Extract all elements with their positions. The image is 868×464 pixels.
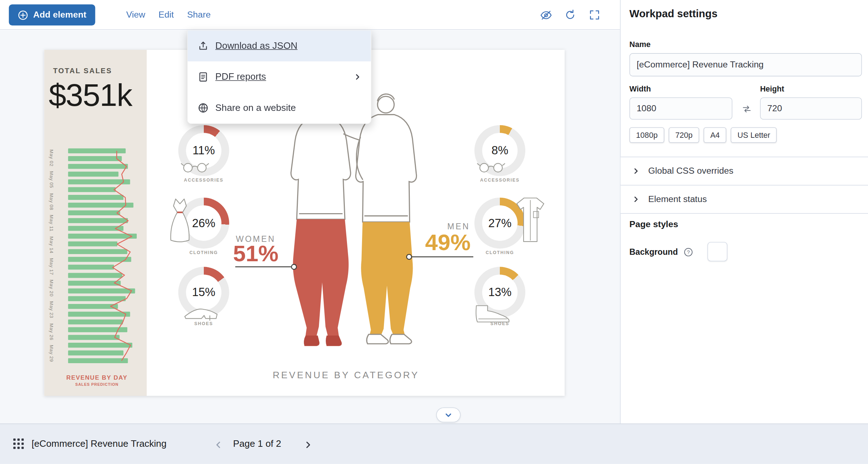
canvas-app: Add element View Edit Share [0,0,868,464]
category-label: CLOTHING [461,250,539,255]
preset-720p-button[interactable]: 720p [669,127,699,143]
document-icon [198,71,209,83]
share-menu-item-share-website[interactable]: Share on a website [188,93,371,123]
eye-slash-icon [539,9,552,21]
revenue-by-day-label: REVENUE BY DAY [53,374,141,381]
page-indicator: Page 1 of 2 [233,439,281,450]
category-label: ACCESSORIES [165,178,243,183]
share-menu: Download as JSON PDF reports Share on a … [187,30,371,124]
width-label: Width [629,84,651,93]
category-label: CLOTHING [165,250,243,255]
total-sales-value: $351k [49,76,132,113]
page-manager-toggle-button[interactable] [436,407,461,422]
plus-circle-icon [18,10,28,20]
svg-text:?: ? [687,249,690,255]
share-website-label: Share on a website [215,102,296,113]
donut-value: 13% [474,267,525,318]
size-presets: 1080p 720p A4 US Letter [629,127,777,143]
date-axis: May 02May 05May 08May 11May 14May 17May … [47,150,56,362]
sales-prediction-label: SALES PREDICTION [53,383,141,386]
women-pants-shape [293,219,348,336]
global-css-accordion[interactable]: Global CSS overrides [620,157,868,185]
width-input[interactable] [629,98,732,120]
chevron-down-icon [444,411,453,420]
chevron-right-icon [303,440,313,449]
chevron-left-icon [214,440,223,449]
page-styles-title: Page styles [629,219,678,229]
preset-a4-button[interactable]: A4 [704,127,726,143]
menu-view[interactable]: View [126,10,145,20]
add-element-label: Add element [33,10,86,20]
workpad-name: [eCommerce] Revenue Tracking [32,439,166,450]
name-label: Name [629,40,651,49]
toolbar-right-icons [536,5,604,25]
fullscreen-icon [588,9,601,21]
menu-edit[interactable]: Edit [159,10,174,20]
chevron-right-icon [632,167,641,175]
donut-value: 15% [178,267,229,318]
donut-men-accessories: 8% [474,125,525,176]
hide-editing-controls-button[interactable] [536,5,556,25]
share-menu-item-download-json[interactable]: Download as JSON [188,31,371,61]
men-pants-shape [361,222,413,334]
share-menu-item-pdf-reports[interactable]: PDF reports [188,61,371,92]
donut-value: 26% [178,198,229,249]
element-status-label: Element status [648,194,707,204]
divider [620,213,868,214]
total-sales-label: TOTAL SALES [53,66,112,75]
page-grid-button[interactable] [12,439,24,451]
background-color-swatch[interactable] [708,242,728,261]
menu-share[interactable]: Share [187,10,211,20]
export-icon [198,41,209,52]
refresh-icon [564,9,576,21]
chevron-right-icon [632,195,641,204]
preset-1080p-button[interactable]: 1080p [629,127,664,143]
refresh-button[interactable] [560,5,580,25]
swap-arrows-icon [742,104,752,114]
fullscreen-button[interactable] [585,5,605,25]
category-label: ACCESSORIES [461,178,539,183]
height-label: Height [760,84,784,93]
global-css-label: Global CSS overrides [648,166,733,176]
donut-women-clothing: 26% [178,198,229,249]
donut-value: 27% [474,198,525,249]
toolbar-menu: View Edit Share [126,0,211,30]
donut-women-accessories: 11% [178,125,229,176]
element-status-accordion[interactable]: Element status [620,185,868,213]
grid-icon [13,439,23,449]
donut-men-clothing: 27% [474,198,525,249]
chevron-right-icon [353,72,362,81]
download-json-label: Download as JSON [215,41,297,52]
workpad-name-input[interactable] [629,53,862,76]
workpad-settings-panel: Workpad settings Name Width Height 1080p… [620,0,868,423]
preset-us-letter-button[interactable]: US Letter [731,127,777,143]
pdf-reports-label: PDF reports [215,71,266,83]
top-toolbar: Add element View Edit Share [0,0,620,30]
prediction-line [68,145,146,366]
question-circle-icon: ? [684,248,693,257]
donut-value: 11% [178,125,229,176]
globe-icon [198,102,209,113]
donut-value: 8% [474,125,525,176]
donut-men-shoes: 13% [474,267,525,318]
previous-page-button[interactable] [211,438,225,451]
panel-title: Workpad settings [629,8,717,20]
next-page-button[interactable] [301,438,314,451]
height-input[interactable] [760,98,862,120]
revenue-by-category-label: REVENUE BY CATEGORY [244,370,449,381]
bottom-bar: [eCommerce] Revenue Tracking Page 1 of 2 [0,423,868,464]
background-label: Background [629,247,678,256]
add-element-button[interactable]: Add element [9,4,95,25]
donut-women-shoes: 15% [178,267,229,318]
